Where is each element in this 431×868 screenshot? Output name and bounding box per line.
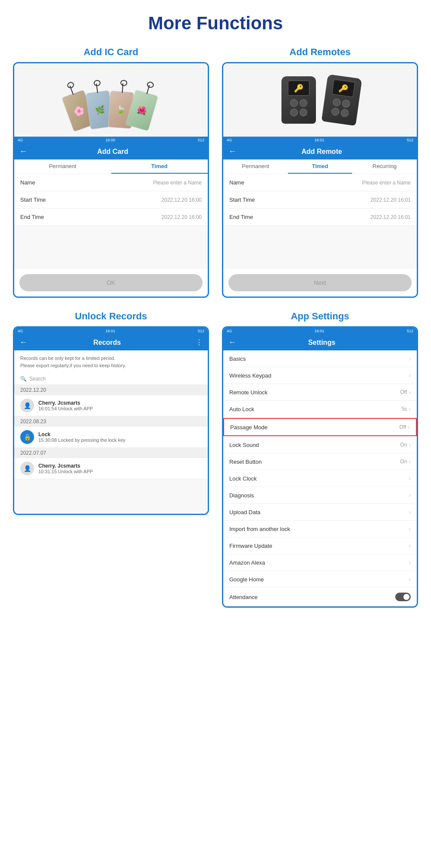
settings-item-import-lock[interactable]: Import from another lock › (223, 521, 417, 537)
settings-list: Basics › Wireless Keypad › Remote Unlock… (223, 350, 417, 606)
ok-button[interactable]: OK (19, 274, 203, 291)
settings-diagnosis-label: Diagnosis (229, 492, 254, 499)
field-start-time[interactable]: Start Time 2022.12.20 16:00 (14, 191, 208, 209)
remotes-status-bar: 4G 16:01 512 (223, 137, 417, 144)
settings-item-upload-data[interactable]: Upload Data › (223, 504, 417, 521)
field-name-value: Please enter a Name (362, 180, 411, 186)
field-end-label: End Time (20, 214, 44, 220)
record-avatar-3: 👤 (20, 462, 34, 475)
back-arrow-icon[interactable]: ← (228, 338, 236, 347)
settings-item-basics[interactable]: Basics › (223, 350, 417, 367)
chevron-right-icon: › (409, 542, 411, 549)
add-remotes-section: Add Remotes 🔑 🔑 (222, 47, 418, 298)
field-name-label: Name (20, 179, 35, 186)
next-button[interactable]: Next (228, 274, 412, 291)
back-arrow-icon[interactable]: ← (19, 147, 27, 156)
record-avatar-1: 👤 (20, 399, 34, 412)
settings-wireless-label: Wireless Keypad (229, 372, 272, 379)
back-arrow-icon[interactable]: ← (19, 338, 27, 347)
settings-reset-button-label: Reset Button (229, 459, 262, 465)
records-phone: 4G 16:01 512 ← Records ⋮ Records can be … (13, 326, 209, 515)
settings-remote-unlock-value: Off (400, 389, 407, 395)
field-end-time[interactable]: End Time 2022.12.20 16:01 (223, 209, 417, 226)
settings-item-firmware[interactable]: Firmware Update › (223, 537, 417, 554)
field-start-value: 2022.12.20 16:01 (371, 197, 411, 203)
settings-item-lock-sound[interactable]: Lock Sound On › (223, 437, 417, 453)
settings-item-attendance[interactable]: Attendance (223, 588, 417, 606)
field-end-time[interactable]: End Time 2022.12.20 16:00 (14, 209, 208, 226)
settings-item-lock-clock[interactable]: Lock Clock › (223, 470, 417, 487)
settings-screen-title: Settings (240, 339, 403, 347)
field-name[interactable]: Name Please enter a Name (14, 174, 208, 191)
record3-action: 10:31:15 Unlock with APP (38, 469, 202, 474)
chevron-right-icon: › (409, 458, 411, 465)
field-start-value: 2022.12.20 16:00 (162, 197, 202, 203)
record-info-2: Lock 15:30:08 Locked by pressing the loc… (38, 431, 202, 443)
chevron-right-icon: › (409, 576, 411, 583)
record-info-1: Cherry. Jcsmarts 16:01:54 Unlock with AP… (38, 400, 202, 411)
settings-item-auto-lock[interactable]: Auto Lock 5s › (223, 401, 417, 418)
tab-recurring[interactable]: Recurring (352, 159, 417, 174)
field-start-label: Start Time (229, 197, 255, 203)
settings-header: ← Settings (223, 334, 417, 350)
unlock-records-title: Unlock Records (75, 311, 147, 322)
settings-import-lock-label: Import from another lock (229, 526, 290, 532)
settings-item-amazon-alexa[interactable]: Amazon Alexa › (223, 554, 417, 571)
status-left: 4G (227, 138, 232, 142)
settings-amazon-alexa-label: Amazon Alexa (229, 559, 265, 566)
status-left: 4G (18, 138, 23, 142)
status-left: 4G (18, 329, 23, 333)
settings-item-reset-button[interactable]: Reset Button On › (223, 453, 417, 470)
status-time: 16:00 (106, 138, 116, 142)
ic-card-tabs: Permanent Timed (14, 159, 208, 174)
settings-upload-data-label: Upload Data (229, 509, 260, 515)
settings-item-passage-mode[interactable]: Passage Mode Off › (223, 418, 417, 436)
settings-item-google-home[interactable]: Google Home › (223, 571, 417, 588)
settings-lock-sound-value: On (400, 442, 407, 448)
status-right: 512 (407, 329, 413, 333)
settings-item-remote-unlock[interactable]: Remote Unlock Off › (223, 384, 417, 401)
field-end-value: 2022.12.20 16:00 (162, 214, 202, 220)
search-bar[interactable]: 🔍 Search (14, 373, 208, 385)
record2-name: Lock (38, 431, 202, 437)
tab-permanent[interactable]: Permanent (223, 159, 288, 174)
form-empty-space (223, 226, 417, 269)
tab-permanent[interactable]: Permanent (14, 159, 111, 174)
field-name[interactable]: Name Please enter a Name (223, 174, 417, 191)
ic-cards-image: 🌸 🌿 🍃 🌺 (14, 63, 208, 137)
settings-reset-button-value: On (400, 459, 407, 465)
field-start-time[interactable]: Start Time 2022.12.20 16:01 (223, 191, 417, 209)
tab-timed[interactable]: Timed (111, 159, 208, 174)
add-remotes-phone: 🔑 🔑 (222, 62, 418, 298)
field-name-value: Please enter a Name (153, 180, 202, 186)
tab-timed[interactable]: Timed (288, 159, 353, 174)
field-end-value: 2022.12.20 16:01 (371, 214, 411, 220)
records-notice: Records can be only kept for a limited p… (14, 350, 208, 373)
chevron-right-icon: › (409, 525, 411, 532)
settings-item-diagnosis[interactable]: Diagnosis › (223, 487, 417, 504)
record-item-3: 👤 Cherry. Jcsmarts 10:31:15 Unlock with … (14, 458, 208, 479)
ic-card-header: ← Add Card (14, 144, 208, 159)
status-right: 512 (407, 138, 413, 142)
records-status-bar: 4G 16:01 512 (14, 328, 208, 334)
search-placeholder: Search (29, 376, 46, 382)
attendance-toggle[interactable] (395, 593, 411, 601)
chevron-right-icon: › (409, 372, 411, 379)
settings-item-wireless-keypad[interactable]: Wireless Keypad › (223, 367, 417, 384)
status-right: 512 (198, 329, 204, 333)
field-start-label: Start Time (20, 197, 46, 203)
back-arrow-icon[interactable]: ← (228, 147, 236, 156)
remotes-form: Name Please enter a Name Start Time 2022… (223, 174, 417, 226)
chevron-right-icon: › (409, 559, 411, 566)
settings-google-home-label: Google Home (229, 576, 264, 583)
chevron-right-icon: › (409, 441, 411, 448)
notice-line2: Please export regularly,if you need to k… (20, 362, 202, 369)
status-time: 16:01 (106, 329, 116, 333)
notice-line1: Records can be only kept for a limited p… (20, 355, 202, 362)
add-remotes-title: Add Remotes (290, 47, 351, 58)
settings-auto-lock-value: 5s (402, 406, 407, 412)
more-options-icon[interactable]: ⋮ (196, 338, 203, 347)
chevron-right-icon: › (409, 406, 411, 412)
add-ic-card-section: Add IC Card 🌸 🌿 🍃 (13, 47, 209, 298)
settings-attendance-label: Attendance (229, 594, 258, 600)
